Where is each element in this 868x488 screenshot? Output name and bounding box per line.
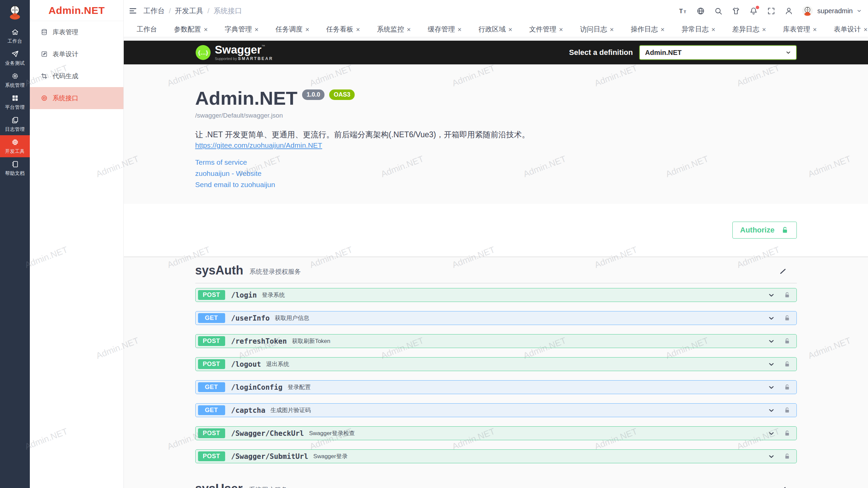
endpoint-get-userinfo[interactable]: GET /userInfo 获取用户信息 (195, 311, 797, 325)
sidebar-item-sys-api[interactable]: 系统接口 (30, 87, 123, 109)
endpoint-post-swagger-submiturl[interactable]: POST /Swagger/SubmitUrl Swagger登录 (195, 449, 797, 463)
tab-form-design[interactable]: 表单设计 × (830, 23, 868, 36)
tab-label: 缓存管理 (428, 25, 455, 34)
endpoint-post-refreshtoken[interactable]: POST /refreshToken 获取刷新Token (195, 334, 797, 348)
endpoint-get-loginconfig[interactable]: GET /loginConfig 登录配置 (195, 380, 797, 394)
close-icon[interactable]: × (407, 26, 411, 33)
close-icon[interactable]: × (457, 26, 461, 33)
tab-region[interactable]: 行政区域 × (475, 23, 516, 36)
unlock-icon[interactable] (784, 292, 790, 298)
terms-link[interactable]: Terms of service (195, 158, 797, 166)
unlock-icon[interactable] (784, 315, 790, 321)
tab-table-mgmt[interactable]: 库表管理 × (780, 23, 820, 36)
language-icon[interactable] (696, 7, 705, 15)
endpoint-post-login[interactable]: POST /login 登录系统 (195, 288, 797, 302)
authorize-label: Authorize (740, 226, 774, 235)
username-label[interactable]: superadmin (817, 7, 853, 15)
theme-icon[interactable] (732, 7, 740, 15)
close-icon[interactable]: × (508, 26, 512, 33)
search-icon[interactable] (714, 7, 723, 15)
unlock-icon[interactable] (784, 430, 790, 436)
unlock-icon[interactable] (784, 361, 790, 367)
tab-diff-log[interactable]: 差异日志 × (729, 23, 770, 36)
unlock-icon[interactable] (784, 338, 790, 344)
tab-label: 文件管理 (529, 25, 556, 34)
close-icon[interactable]: × (559, 26, 563, 33)
section-header-sysUser[interactable]: sysUser 系统用户服务 (195, 482, 797, 488)
close-icon[interactable]: × (610, 26, 614, 33)
chevron-down-icon[interactable] (768, 314, 775, 322)
user-icon[interactable] (785, 7, 793, 15)
rail-item-dev-tools[interactable]: 开发工具 (0, 135, 30, 157)
endpoint-get-captcha[interactable]: GET /captcha 生成图片验证码 (195, 403, 797, 417)
rail-item-system-mgmt[interactable]: 系统管理 (0, 69, 30, 91)
close-icon[interactable]: × (762, 26, 766, 33)
sidebar-item-table-mgmt[interactable]: 库表管理 (30, 21, 123, 43)
tab-workbench[interactable]: 工作台 (133, 23, 160, 36)
sidebar-item-form-design[interactable]: 表单设计 (30, 43, 123, 65)
unlock-icon[interactable] (784, 407, 790, 413)
close-icon[interactable]: × (660, 26, 665, 33)
chevron-down-icon[interactable] (768, 453, 775, 460)
close-icon[interactable]: × (356, 26, 360, 33)
tab-label: 任务调度 (275, 25, 302, 34)
endpoint-path: /userInfo (231, 314, 270, 322)
tab-label: 访问日志 (580, 25, 607, 34)
spec-url-link[interactable]: /swagger/Default/swagger.json (195, 112, 797, 119)
close-icon[interactable]: × (255, 26, 259, 33)
fullscreen-icon[interactable] (767, 7, 775, 15)
close-icon[interactable]: × (711, 26, 715, 33)
chevron-down-icon[interactable] (856, 8, 862, 14)
endpoint-post-swagger-checkurl[interactable]: POST /Swagger/CheckUrl Swagger登录检查 (195, 426, 797, 440)
chevron-up-icon[interactable] (778, 484, 787, 488)
notification-bell-icon[interactable] (749, 7, 758, 15)
close-icon[interactable]: × (864, 26, 868, 33)
tab-sys-monitor[interactable]: 系统监控 × (374, 23, 414, 36)
unlock-icon[interactable] (784, 453, 790, 460)
tab-param-config[interactable]: 参数配置 × (171, 23, 211, 36)
tab-file-mgmt[interactable]: 文件管理 × (526, 23, 567, 36)
rail-item-workbench[interactable]: 工作台 (0, 25, 30, 47)
close-icon[interactable]: × (204, 26, 208, 33)
endpoint-path: /logout (231, 360, 261, 368)
tab-visit-log[interactable]: 访问日志 × (577, 23, 617, 36)
unlock-icon[interactable] (784, 384, 790, 390)
main-area: 工作台 / 开发工具 / 系统接口 TT superadmin 工作台 (124, 0, 868, 488)
tab-cache-mgmt[interactable]: 缓存管理 × (424, 23, 465, 36)
definition-select[interactable]: Admin.NET (639, 45, 797, 60)
rail-item-log-mgmt[interactable]: 日志管理 (0, 113, 30, 135)
tab-dict-mgmt[interactable]: 字典管理 × (221, 23, 262, 36)
chevron-down-icon[interactable] (768, 338, 775, 345)
font-size-icon[interactable]: TT (679, 7, 687, 15)
section-description: 系统用户服务 (249, 486, 288, 488)
endpoint-post-logout[interactable]: POST /logout 退出系统 (195, 357, 797, 371)
user-avatar[interactable] (802, 6, 813, 16)
rail-item-biz-test[interactable]: 业务测试 (0, 47, 30, 69)
section-header-sysAuth[interactable]: sysAuth 系统登录授权服务 (195, 263, 797, 283)
method-badge: POST (198, 359, 225, 369)
tab-error-log[interactable]: 异常日志 × (678, 23, 719, 36)
website-link[interactable]: zuohuaijun - Website (195, 169, 797, 178)
chevron-up-icon[interactable] (778, 266, 787, 275)
tab-op-log[interactable]: 操作日志 × (627, 23, 668, 36)
breadcrumb-workbench[interactable]: 工作台 (143, 6, 165, 16)
chevron-down-icon[interactable] (768, 384, 775, 391)
chevron-down-icon[interactable] (768, 430, 775, 437)
authorize-button[interactable]: Authorize (732, 222, 797, 239)
close-icon[interactable]: × (305, 26, 309, 33)
close-icon[interactable]: × (813, 26, 817, 33)
tab-label: 字典管理 (225, 25, 252, 34)
collapse-menu-icon[interactable] (129, 6, 137, 15)
email-link[interactable]: Send email to zuohuaijun (195, 181, 797, 189)
chevron-down-icon[interactable] (768, 291, 775, 299)
repo-link[interactable]: https://gitee.com/zuohuaijun/Admin.NET (195, 141, 322, 149)
svg-text:T: T (679, 7, 683, 14)
chevron-down-icon[interactable] (768, 361, 775, 368)
tab-job-board[interactable]: 任务看板 × (323, 23, 363, 36)
chevron-down-icon[interactable] (768, 407, 775, 414)
sidebar-item-code-gen[interactable]: 代码生成 (30, 65, 123, 87)
breadcrumb-devtools[interactable]: 开发工具 (175, 6, 203, 16)
tab-job-schedule[interactable]: 任务调度 × (272, 23, 313, 36)
rail-item-platform-mgmt[interactable]: 平台管理 (0, 91, 30, 113)
rail-item-help-docs[interactable]: 帮助文档 (0, 157, 30, 179)
